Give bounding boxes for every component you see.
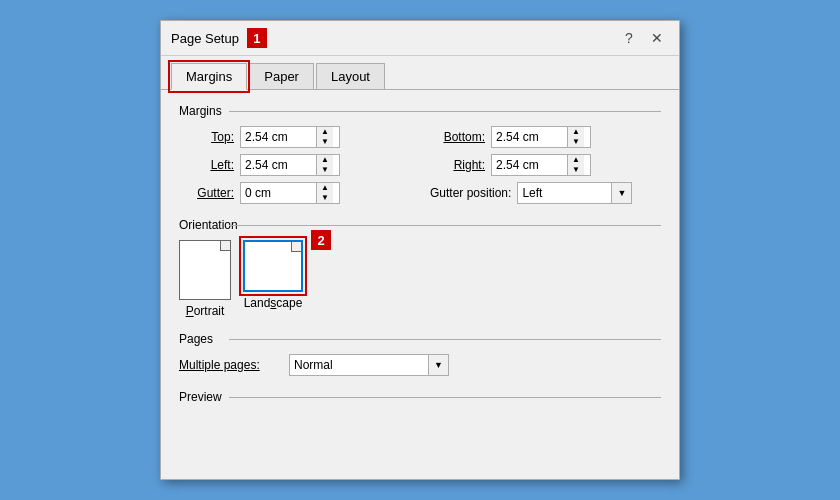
pages-section-label: Pages	[179, 332, 661, 346]
left-spinner[interactable]: ▲ ▼	[240, 154, 340, 176]
gutter-position-field-row: Gutter position: Left Top ▼	[430, 182, 661, 204]
gutter-position-dropdown-arrow[interactable]: ▼	[611, 183, 631, 203]
multiple-pages-select-wrapper[interactable]: Normal Mirror margins 2 pages per sheet …	[289, 354, 449, 376]
bottom-label: Bottom:	[430, 130, 485, 144]
margins-section-label: Margins	[179, 104, 661, 118]
top-up-btn[interactable]: ▲	[317, 127, 333, 137]
title-bar-right: ? ✕	[617, 27, 669, 49]
landscape-label: Landscape	[244, 296, 303, 310]
gutter-position-select-wrapper[interactable]: Left Top ▼	[517, 182, 632, 204]
left-input[interactable]	[241, 155, 316, 175]
left-label: Left:	[179, 158, 234, 172]
right-up-btn[interactable]: ▲	[568, 155, 584, 165]
orientation-options: Portrait Landscape 2	[179, 240, 661, 318]
gutter-spinner[interactable]: ▲ ▼	[240, 182, 340, 204]
left-down-btn[interactable]: ▼	[317, 165, 333, 175]
gutter-input[interactable]	[241, 183, 316, 203]
dialog-title: Page Setup	[171, 31, 239, 46]
right-label: Right:	[430, 158, 485, 172]
pages-row: Multiple pages: Normal Mirror margins 2 …	[179, 354, 661, 376]
right-spinner[interactable]: ▲ ▼	[491, 154, 591, 176]
gutter-position-label: Gutter position:	[430, 186, 511, 200]
dialog-content: Margins Top: ▲ ▼ Bottom:	[161, 90, 679, 426]
close-button[interactable]: ✕	[645, 27, 669, 49]
top-input[interactable]	[241, 127, 316, 147]
gutter-field-row: Gutter: ▲ ▼	[179, 182, 410, 204]
right-field-row: Right: ▲ ▼	[430, 154, 661, 176]
orientation-section-label: Orientation	[179, 218, 661, 232]
tab-margins[interactable]: Margins	[171, 63, 247, 90]
pages-section: Pages Multiple pages: Normal Mirror marg…	[179, 332, 661, 376]
right-spinner-btns: ▲ ▼	[567, 155, 584, 175]
right-input[interactable]	[492, 155, 567, 175]
landscape-icon	[243, 240, 303, 292]
gutter-down-btn[interactable]: ▼	[317, 193, 333, 203]
bottom-up-btn[interactable]: ▲	[568, 127, 584, 137]
bottom-down-btn[interactable]: ▼	[568, 137, 584, 147]
portrait-fold	[220, 241, 230, 251]
gutter-position-select[interactable]: Left Top	[518, 186, 611, 200]
left-up-btn[interactable]: ▲	[317, 155, 333, 165]
title-bar: Page Setup 1 ? ✕	[161, 21, 679, 56]
top-spinner[interactable]: ▲ ▼	[240, 126, 340, 148]
multiple-pages-dropdown-arrow[interactable]: ▼	[428, 355, 448, 375]
portrait-icon	[179, 240, 231, 300]
step2-badge: 2	[311, 230, 331, 250]
right-down-btn[interactable]: ▼	[568, 165, 584, 175]
gutter-up-btn[interactable]: ▲	[317, 183, 333, 193]
bottom-spinner-btns: ▲ ▼	[567, 127, 584, 147]
bottom-field-row: Bottom: ▲ ▼	[430, 126, 661, 148]
bottom-input[interactable]	[492, 127, 567, 147]
left-spinner-btns: ▲ ▼	[316, 155, 333, 175]
landscape-fold	[291, 242, 301, 252]
gutter-label: Gutter:	[179, 186, 234, 200]
multiple-pages-label: Multiple pages:	[179, 358, 279, 372]
margins-grid: Top: ▲ ▼ Bottom: ▲ ▼	[179, 126, 661, 204]
top-label: Top:	[179, 130, 234, 144]
tab-bar: Margins Paper Layout	[161, 56, 679, 90]
gutter-spinner-btns: ▲ ▼	[316, 183, 333, 203]
top-spinner-btns: ▲ ▼	[316, 127, 333, 147]
preview-section-label: Preview	[179, 390, 661, 404]
help-button[interactable]: ?	[617, 27, 641, 49]
multiple-pages-select[interactable]: Normal Mirror margins 2 pages per sheet …	[290, 358, 428, 372]
left-field-row: Left: ▲ ▼	[179, 154, 410, 176]
portrait-option[interactable]: Portrait	[179, 240, 231, 318]
tab-paper[interactable]: Paper	[249, 63, 314, 90]
top-down-btn[interactable]: ▼	[317, 137, 333, 147]
step1-badge: 1	[247, 28, 267, 48]
title-bar-left: Page Setup 1	[171, 28, 267, 48]
bottom-spinner[interactable]: ▲ ▼	[491, 126, 591, 148]
top-field-row: Top: ▲ ▼	[179, 126, 410, 148]
landscape-option[interactable]: Landscape 2	[243, 240, 303, 318]
orientation-section: Orientation Portrait Landscape 2	[179, 218, 661, 318]
portrait-label: Portrait	[186, 304, 225, 318]
tab-layout[interactable]: Layout	[316, 63, 385, 90]
page-setup-dialog: Page Setup 1 ? ✕ Margins Paper Layout Ma…	[160, 20, 680, 480]
